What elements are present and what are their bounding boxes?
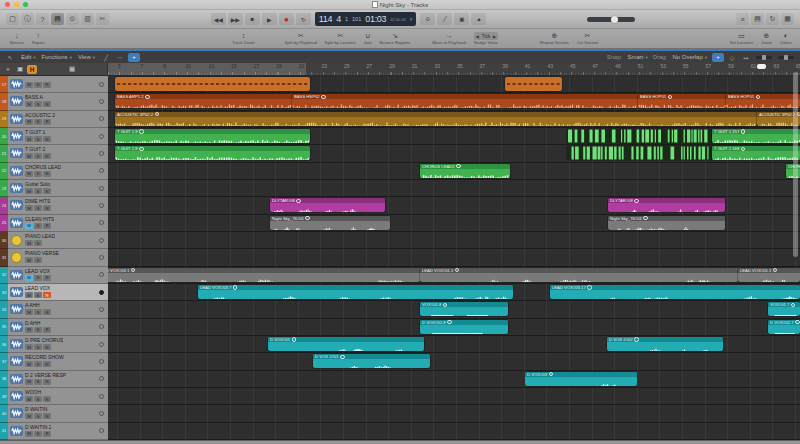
track-lane[interactable] <box>108 405 800 422</box>
mute-button[interactable]: M <box>25 136 33 142</box>
drag-dropdown[interactable]: No Overlap▾ <box>669 54 710 60</box>
colors-button[interactable]: ◐Colors <box>776 29 796 48</box>
input-monitor-button[interactable] <box>99 134 104 139</box>
record-enable-button[interactable]: R <box>43 292 51 298</box>
record-enable-button[interactable]: R <box>43 309 51 315</box>
track-header[interactable]: CLEAN HITSMSR <box>8 215 108 232</box>
solo-button[interactable]: S <box>34 136 42 142</box>
input-monitor-button[interactable] <box>99 116 104 121</box>
zoom-window-button[interactable] <box>23 2 28 7</box>
vertical-zoom-slider[interactable] <box>778 56 794 59</box>
loop-browser-icon[interactable]: ↻ <box>766 13 779 25</box>
input-monitor-button[interactable] <box>99 342 104 347</box>
track-lane[interactable]: VOX#01.8VOX#01.7 <box>108 301 800 318</box>
note-pads-icon[interactable]: ▤ <box>751 13 764 25</box>
record-enable-button[interactable]: R <box>43 275 51 281</box>
track-header[interactable]: LEAD VOXMSR <box>8 284 108 301</box>
input-monitor-button[interactable] <box>99 272 104 277</box>
solo-button[interactable]: S <box>34 101 42 107</box>
bar-ruler[interactable]: 5791113151719212325272931333537394143454… <box>108 63 800 75</box>
solo-button[interactable]: S <box>34 431 42 437</box>
region[interactable]: D VOX 2#02 <box>607 337 723 351</box>
list-editors-icon[interactable]: ≡ <box>736 13 749 25</box>
record-enable-button[interactable]: R <box>43 188 51 194</box>
editors-icon[interactable]: ✂ <box>96 13 109 25</box>
record-enable-button[interactable]: R <box>43 431 51 437</box>
auto-track-zoom-icon[interactable]: ↦ <box>740 53 752 62</box>
record-enable-button[interactable]: R <box>43 344 51 350</box>
region[interactable]: D VOX#01 <box>268 337 424 351</box>
stop-button[interactable]: ■ <box>245 13 260 25</box>
mute-button[interactable]: M <box>25 171 33 177</box>
volume-knob[interactable] <box>611 16 618 23</box>
duplicate-track-button[interactable]: ▣ <box>15 65 25 74</box>
track-lane[interactable]: BASS ARP1.2BASS HSP02BASS HOP01BASS HOP0… <box>108 93 800 110</box>
track-zoom-button[interactable]: ↕Track Zoom <box>228 29 258 48</box>
stepper-right-icon[interactable]: ▶ <box>493 34 496 39</box>
input-monitor-button[interactable] <box>99 359 104 364</box>
input-monitor-button[interactable] <box>99 151 104 156</box>
mute-button[interactable]: M <box>25 344 33 350</box>
track-header[interactable]: D 2 VERSE RESPMSR <box>8 371 108 388</box>
mute-button[interactable]: M <box>25 361 33 367</box>
wait-tool-icon[interactable]: ◇ <box>726 53 738 62</box>
input-monitor-button[interactable] <box>99 307 104 312</box>
track-header[interactable]: ACOUSTIC 2MSR <box>8 111 108 128</box>
track-lane[interactable]: D VOX 2#01 <box>108 353 800 370</box>
track-header[interactable]: A AHHMSR <box>8 301 108 318</box>
solo-button[interactable]: S <box>34 257 42 263</box>
bounce-regions-button[interactable]: ↘Bounce Regions <box>376 29 415 48</box>
smart-controls-icon[interactable]: ⊙ <box>66 13 79 25</box>
track-header[interactable]: WOOHMSR <box>8 388 108 405</box>
track-header[interactable]: PIANO VERSEMS <box>8 249 108 266</box>
track-lane[interactable]: T GUIT 2.8T GUIT 2.168 <box>108 145 800 162</box>
lcd-chevron-icon[interactable]: ▾ <box>410 16 413 22</box>
metronome-icon[interactable]: ▲ <box>471 13 486 25</box>
stepper-left-icon[interactable]: ◀ <box>476 34 479 39</box>
track-lane[interactable]: CHORUS LEAD2CHORUS LEAD2 <box>108 163 800 180</box>
mute-button[interactable]: M <box>25 275 33 281</box>
region[interactable]: D VOX#02.8 <box>420 320 508 334</box>
track-header[interactable]: DIME HITSMSR <box>8 197 108 214</box>
region[interactable] <box>567 129 712 143</box>
split-by-playhead-button[interactable]: ✂Split by Playhead <box>281 29 321 48</box>
solo-button[interactable]: S <box>34 240 42 246</box>
record-enable-button[interactable]: R <box>43 136 51 142</box>
region[interactable]: Night Sky_76#01 <box>608 216 725 230</box>
track-lane[interactable] <box>108 232 800 249</box>
region[interactable]: BASS ARP1.2 <box>115 94 292 108</box>
solo-button[interactable]: S <box>34 153 42 159</box>
track-lane[interactable]: LEAD VOX#03.7LEAD VOX#03.17 <box>108 284 800 301</box>
track-lane[interactable] <box>108 180 800 197</box>
track-header[interactable]: D WAITINMSR <box>8 405 108 422</box>
mute-button[interactable]: M <box>25 223 33 229</box>
cycle-button[interactable]: ↻ <box>296 13 311 25</box>
region[interactable]: T GUIT 1.157 <box>712 129 800 143</box>
region[interactable]: T GUIT 1.8 <box>115 129 310 143</box>
record-enable-button[interactable]: R <box>43 171 51 177</box>
track-lane[interactable] <box>108 388 800 405</box>
region[interactable]: D VOX#03 <box>525 372 637 386</box>
set-locators-button[interactable]: ▭Set Locators <box>726 29 758 48</box>
record-enable-button[interactable]: R <box>43 101 51 107</box>
mute-button[interactable]: M <box>25 82 33 88</box>
quick-help-icon[interactable]: ? <box>36 13 49 25</box>
input-monitor-button[interactable] <box>99 168 104 173</box>
region[interactable]: BASS HSP02 <box>292 94 638 108</box>
track-lane[interactable]: T GUIT 1.8T GUIT 1.157 <box>108 128 800 145</box>
nudge-value-stepper[interactable]: ◀Tick▶ <box>474 32 498 40</box>
record-enable-button[interactable]: R <box>43 223 51 229</box>
region[interactable]: LEAD VOX#03.1 <box>108 268 420 282</box>
menu-edit[interactable]: Edit▾ <box>18 54 39 60</box>
region[interactable]: LEAD VOX#01.1 <box>420 268 738 282</box>
solo-button[interactable]: S <box>34 171 42 177</box>
solo-button[interactable]: S <box>34 413 42 419</box>
input-monitor-button[interactable] <box>99 290 104 295</box>
crosshair-tool-icon[interactable]: + <box>712 53 724 62</box>
hide-tracks-button[interactable]: H <box>27 65 37 74</box>
track-header[interactable]: Guitar SoloMSR <box>8 180 108 197</box>
track-header[interactable]: T GUIT 1MSR <box>8 128 108 145</box>
move-to-playhead-button[interactable]: →Move to Playhead <box>428 29 470 48</box>
track-lane[interactable] <box>108 249 800 266</box>
region[interactable]: BASS HOP01 <box>726 94 800 108</box>
